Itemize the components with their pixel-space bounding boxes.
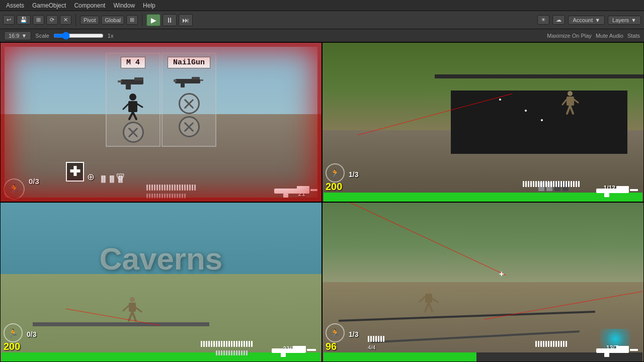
svg-rect-51	[274, 189, 309, 194]
menu-window[interactable]: Window	[109, 2, 139, 9]
global-button[interactable]: Global	[101, 16, 124, 25]
save-button[interactable]: 💾	[17, 15, 31, 25]
ammo-stacks-4: 4/4	[368, 334, 393, 350]
svg-rect-11	[192, 77, 200, 79]
layers-dropdown[interactable]: Layers ▼	[608, 16, 641, 25]
svg-rect-131	[293, 346, 306, 349]
svg-line-58	[570, 106, 573, 114]
pivot-button[interactable]: Pivot	[80, 16, 99, 25]
svg-rect-76	[558, 181, 559, 187]
svg-rect-40	[159, 194, 160, 199]
dot-target-3	[541, 119, 543, 121]
platform-top	[435, 74, 643, 78]
svg-rect-99	[208, 341, 210, 347]
aspect-chevron: ▼	[21, 33, 27, 39]
scale-tool-button[interactable]: ✕	[60, 15, 71, 25]
transform-button[interactable]: ⊞	[33, 15, 44, 25]
svg-rect-117	[216, 350, 217, 355]
svg-rect-18	[154, 185, 155, 191]
svg-rect-107	[228, 341, 230, 347]
svg-rect-54	[310, 189, 317, 191]
svg-rect-33	[192, 185, 193, 191]
svg-rect-148	[535, 341, 537, 347]
layers-chevron: ▼	[631, 17, 636, 23]
svg-rect-47	[177, 194, 178, 199]
weapon-slot-2: NailGun	[162, 53, 216, 147]
svg-rect-45	[172, 194, 173, 199]
toolbar-separator-1	[75, 14, 76, 26]
step-button[interactable]: ⏭	[179, 14, 193, 26]
menu-help[interactable]: Help	[139, 2, 159, 9]
dark-platform	[451, 90, 627, 154]
back-button[interactable]: ↩	[3, 15, 15, 25]
svg-rect-112	[241, 341, 243, 347]
svg-rect-126	[238, 350, 240, 355]
grid-button[interactable]: ⊞	[126, 15, 138, 25]
svg-rect-125	[236, 350, 237, 355]
svg-rect-65	[530, 181, 532, 187]
svg-rect-30	[184, 185, 186, 191]
toolbar-separator-2	[142, 14, 142, 26]
mute-audio-button[interactable]: Mute Audio	[596, 33, 623, 39]
player-soldier-3	[122, 297, 142, 326]
play-button[interactable]: ▶	[146, 14, 160, 26]
aspect-dropdown[interactable]: 16:9 ▼	[4, 31, 31, 40]
pause-button[interactable]: ⏸	[163, 14, 177, 26]
soldier-svg-1	[561, 90, 579, 116]
first-aid-icon-1: ✚	[66, 162, 84, 182]
menu-component[interactable]: Component	[70, 2, 109, 9]
pause-icon: ⏸	[166, 16, 173, 24]
svg-rect-145	[378, 336, 379, 342]
svg-rect-113	[244, 341, 245, 347]
inventory-panel: M 4	[106, 53, 216, 147]
health-number-4: 96	[326, 341, 337, 352]
svg-rect-12	[181, 83, 185, 87]
svg-rect-84	[578, 181, 580, 187]
panel-top-right: 200 🏃 1/3	[322, 42, 644, 202]
ammo-strip-3b	[216, 349, 286, 358]
pivot-label: Pivot	[84, 17, 96, 23]
global-label: Global	[105, 17, 121, 23]
lighting-button[interactable]: ☀	[537, 15, 549, 25]
enemy-soldier-4	[419, 288, 439, 317]
stats-button[interactable]: Stats	[627, 33, 640, 39]
svg-rect-158	[560, 341, 562, 347]
ammo-svg-2	[523, 179, 603, 189]
scale-value: 1x	[108, 33, 114, 39]
run-icon-3: 🏃	[4, 323, 23, 342]
svg-rect-3	[118, 80, 122, 82]
svg-point-4	[129, 94, 136, 101]
svg-rect-1	[134, 77, 143, 80]
svg-rect-32	[189, 185, 191, 191]
svg-line-137	[429, 303, 432, 312]
svg-rect-53	[283, 194, 288, 198]
svg-line-138	[420, 297, 425, 302]
panel-top-left: M 4	[0, 42, 322, 202]
svg-rect-82	[573, 181, 575, 187]
svg-rect-87	[604, 193, 609, 197]
ammo-strip-3-panel	[201, 339, 286, 350]
svg-rect-80	[568, 181, 570, 187]
soldier-svg-4	[419, 288, 439, 315]
svg-point-55	[568, 91, 573, 96]
svg-rect-111	[238, 341, 240, 347]
account-dropdown[interactable]: Account ▼	[568, 16, 605, 25]
scale-slider[interactable]	[53, 32, 104, 40]
rotate-button[interactable]: ⟳	[46, 15, 58, 25]
menu-gameobject[interactable]: GameObject	[28, 2, 70, 9]
ammo-stack-svg-4	[368, 334, 393, 343]
player-icon-1	[119, 93, 147, 121]
svg-rect-5	[128, 101, 137, 112]
svg-rect-25	[172, 185, 173, 191]
maximize-on-play-button[interactable]: Maximize On Play	[547, 33, 592, 39]
menu-assets[interactable]: Assets	[2, 2, 28, 9]
svg-rect-114	[246, 341, 248, 347]
svg-rect-149	[538, 341, 539, 347]
hud-panel-4: 96 🏃 1/3 4/4	[323, 352, 643, 361]
svg-rect-24	[169, 185, 171, 191]
cloud-button[interactable]: ☁	[552, 15, 565, 25]
svg-rect-13	[200, 79, 203, 81]
view-right: Maximize On Play Mute Audio Stats	[547, 33, 640, 39]
svg-rect-35	[146, 194, 148, 199]
svg-rect-101	[213, 341, 215, 347]
